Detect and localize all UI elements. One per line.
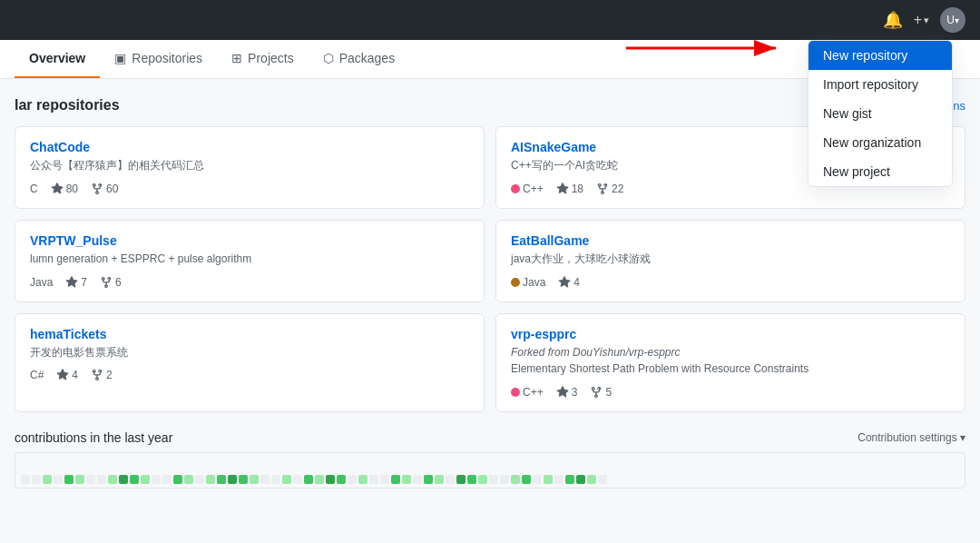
graph-cell (293, 475, 302, 484)
repo-desc: lumn generation + ESPPRC + pulse algorit… (30, 252, 469, 267)
graph-cell (511, 475, 520, 484)
graph-column (391, 475, 400, 484)
contribution-settings-button[interactable]: Contribution settings ▾ (858, 431, 965, 444)
graph-column (478, 475, 487, 484)
repo-language: C (30, 183, 38, 195)
tab-repositories-label: Repositories (132, 51, 202, 65)
graph-column (260, 475, 270, 484)
repo-forks: 5 (590, 386, 612, 399)
repo-stars: 80 (51, 183, 78, 195)
contribution-graph (15, 452, 965, 489)
contributions-header: contributions in the last year Contribut… (15, 430, 965, 445)
chevron-icon: ▾ (924, 15, 929, 26)
graph-cell (478, 475, 487, 484)
new-gist-item[interactable]: New gist (808, 99, 952, 128)
graph-cell (97, 475, 106, 484)
graph-column (43, 475, 52, 484)
graph-column (21, 475, 30, 484)
repo-forks: 6 (100, 276, 122, 289)
new-repository-item[interactable]: New repository (808, 41, 952, 70)
new-project-item[interactable]: New project (808, 157, 952, 186)
graph-column (544, 475, 553, 484)
graph-cell (489, 475, 498, 484)
graph-cell (108, 475, 117, 484)
graph-column (152, 475, 161, 484)
graph-cell (271, 475, 280, 484)
repo-card: VRPTW_Pulse lumn generation + ESPPRC + p… (15, 220, 485, 302)
graph-column (402, 475, 411, 484)
graph-column (184, 475, 193, 484)
graph-column (467, 475, 476, 484)
tab-projects[interactable]: ⊞ Projects (217, 40, 309, 78)
graph-cell (348, 475, 357, 484)
graph-column (293, 475, 302, 484)
graph-cell (304, 475, 313, 484)
graph-column (413, 475, 422, 484)
graph-cell (184, 475, 193, 484)
tab-projects-label: Projects (248, 51, 294, 65)
repo-desc: 开发的电影售票系统 (30, 345, 469, 360)
graph-column (337, 475, 346, 484)
graph-column (75, 475, 84, 484)
new-menu-button[interactable]: + ▾ (914, 12, 929, 28)
repo-forks: 2 (91, 369, 113, 381)
repo-name[interactable]: vrp-espprc (511, 327, 950, 341)
header-right: 🔔 + ▾ U ▾ (883, 7, 965, 33)
dropdown-menu: New repository Import repository New gis… (808, 40, 953, 187)
graph-cell (358, 475, 368, 484)
graph-cell (554, 475, 564, 484)
graph-cell (152, 475, 161, 484)
packages-icon: ⬡ (323, 51, 334, 65)
tab-overview-label: Overview (29, 51, 85, 65)
contributions-title: contributions in the last year (15, 430, 172, 445)
avatar[interactable]: U ▾ (940, 7, 965, 33)
graph-column (239, 475, 248, 484)
graph-cell (391, 475, 400, 484)
repo-name[interactable]: ChatCode (30, 140, 469, 154)
graph-column (217, 475, 226, 484)
popular-repos-title: lar repositories (15, 97, 120, 114)
notification-icon[interactable]: 🔔 (883, 10, 903, 30)
graph-cell (217, 475, 226, 484)
graph-column (522, 475, 531, 484)
graph-column (315, 475, 324, 484)
graph-cell (260, 475, 270, 484)
graph-cell (565, 475, 574, 484)
avatar-label: U (946, 14, 955, 26)
graph-column (64, 475, 74, 484)
graph-cell (86, 475, 95, 484)
import-repository-item[interactable]: Import repository (808, 70, 952, 99)
graph-column (424, 475, 433, 484)
graph-cell (119, 475, 128, 484)
graph-column (32, 475, 41, 484)
graph-column (380, 475, 389, 484)
repo-forks: 60 (91, 183, 118, 195)
graph-column (250, 475, 259, 484)
graph-cell (130, 475, 139, 484)
graph-column (108, 475, 117, 484)
graph-column (358, 475, 368, 484)
graph-cell (533, 475, 542, 484)
graph-cell (587, 475, 596, 484)
graph-column (119, 475, 128, 484)
graph-column (456, 475, 466, 484)
repo-name[interactable]: hemaTickets (30, 327, 469, 341)
tab-overview[interactable]: Overview (15, 40, 100, 78)
graph-column (282, 475, 291, 484)
graph-cell (446, 475, 455, 484)
repo-card: ChatCode 公众号【程序猿声】的相关代码汇总 C8060 (15, 126, 485, 209)
graph-cell (54, 475, 63, 484)
repo-name[interactable]: VRPTW_Pulse (30, 233, 469, 248)
header: 🔔 + ▾ U ▾ (0, 0, 980, 40)
repo-name[interactable]: EatBallGame (511, 233, 950, 248)
new-organization-item[interactable]: New organization (808, 128, 952, 157)
repo-meta: Java76 (30, 276, 469, 289)
plus-icon: + (914, 12, 922, 28)
repo-stars: 4 (558, 276, 580, 289)
tab-packages[interactable]: ⬡ Packages (309, 40, 409, 78)
repo-meta: C++35 (511, 386, 950, 399)
graph-column (97, 475, 106, 484)
graph-column (195, 475, 204, 484)
tab-repositories[interactable]: ▣ Repositories (100, 40, 217, 78)
graph-column (369, 475, 378, 484)
